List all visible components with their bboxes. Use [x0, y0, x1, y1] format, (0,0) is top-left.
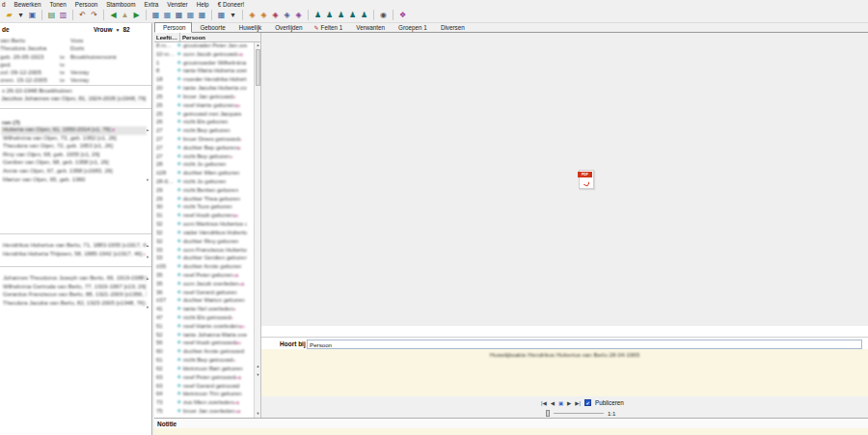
toolbar-icon[interactable]: ▥ [58, 10, 68, 20]
sibling-list-item[interactable]: Theodora Jacoba van Berlo, 82, 1923-2005… [1, 300, 147, 309]
timeline-row[interactable]: 32◆oom Martinus Hubertus ove… [154, 221, 254, 230]
scroll-down-icon[interactable]: ▼ [145, 305, 150, 310]
timeline-row[interactable]: 60◆dochter Annie getrouwd [154, 348, 254, 357]
menu-item[interactable]: Extra [145, 1, 159, 8]
scroll-down-icon[interactable]: ▼ [255, 411, 261, 416]
chevron-down-icon[interactable]: ▼ [116, 27, 121, 33]
timeline-row[interactable]: 8◆tante Maria Huberta overled… [154, 68, 254, 76]
scroll-up-icon[interactable]: ▲ [145, 127, 150, 132]
tab[interactable]: Persoon [154, 22, 192, 33]
toolbar-icon[interactable]: ▦ [216, 10, 227, 20]
timeline-row[interactable]: ±35◆dochter Annie geboren [154, 263, 254, 272]
person-field-row[interactable]: ovl. 09-12-2005teVenray [0, 68, 152, 76]
timeline-row[interactable]: 25◆neef Harrie geboren◆● [154, 102, 254, 111]
timeline-row[interactable]: 75◆broer Jan overleden●◆ [154, 408, 254, 417]
menu-item[interactable]: € Doneer! [218, 1, 245, 8]
timeline-row[interactable]: 1◆grootmoeder Wilhelmina ov… [154, 60, 254, 68]
scroll-down-icon[interactable]: ▼ [145, 255, 150, 259]
caption-area[interactable]: Huwelijksakte Hendrikus Hubertus van Ber… [261, 349, 868, 396]
scroll-up-icon[interactable]: ▲ [145, 243, 150, 248]
toolbar-icon[interactable]: ▦ [150, 10, 161, 20]
toolbar-icon[interactable]: ▾ [228, 10, 238, 20]
sex-value[interactable]: Vrouw [94, 26, 113, 33]
toolbar-icon[interactable]: ◀ [108, 10, 119, 20]
partner-row[interactable]: Jacobus Johannes van Oijen, 81, 1924-200… [1, 95, 146, 105]
hoort-bij-input[interactable]: Persoon [307, 340, 862, 349]
person-field-row[interactable]: Theodora JacobaDoris [0, 44, 152, 52]
timeline-row[interactable]: 31◆neef Huub geboren◆● [154, 212, 254, 221]
toolbar-icon[interactable]: ↷ [89, 10, 99, 20]
scroll-down-icon[interactable]: ▼ [255, 372, 261, 377]
timeline-row[interactable]: 27◆dochter Bep geboren◆ [154, 145, 254, 153]
timeline-row[interactable]: 32◆vader Hendrikus Hubertus o… [154, 230, 254, 238]
nav-button-icon[interactable]: ◀ [551, 400, 555, 406]
toolbar-icon[interactable]: ▦ [174, 10, 184, 20]
zoom-slider-track[interactable] [554, 413, 604, 414]
child-list-item[interactable]: Riny van Oijen, 68, geb. 1955 [x1, 26] [1, 151, 147, 160]
timeline-row[interactable]: ±28◆dochter Mien geboren [154, 170, 254, 178]
toolbar-icon[interactable]: ▦ [162, 10, 173, 20]
toolbar-icon[interactable]: ▣ [27, 10, 38, 20]
menu-item[interactable]: Persoon [75, 1, 97, 8]
timeline-row[interactable]: 35◆oom Jacob overleden●◆ [154, 281, 254, 289]
nav-button-icon[interactable]: ▣ [558, 400, 563, 406]
publish-checkbox[interactable]: ✔ [584, 399, 591, 406]
person-field-row[interactable]: van BerloVoss [0, 37, 152, 44]
toolbar-icon[interactable]: ↶ [77, 10, 88, 20]
timeline-row[interactable]: 36◆neef Gerard geboren [154, 289, 254, 298]
menu-item[interactable]: Venster [167, 1, 187, 8]
child-list-item[interactable]: Marion van Oijen, 65, geb. 1960 [1, 177, 147, 185]
toolbar-icon[interactable]: ♟ [312, 10, 323, 20]
nav-button-icon[interactable]: |◀ [541, 400, 547, 406]
toolbar-icon[interactable]: ♟ [347, 10, 358, 20]
timeline-row[interactable]: 35◆neef Peter geboren●◆ [154, 272, 254, 281]
scroll-up-icon[interactable]: ▲ [255, 42, 261, 47]
timeline-row[interactable]: 25◆broer Jan getrouwd● [154, 94, 254, 102]
sibling-list-item[interactable]: Gerardus Franciscus van Berlo, 88, 1921-… [1, 291, 147, 300]
toolbar-icon[interactable]: ▲ [120, 10, 130, 20]
search-icon[interactable]: ◉ [378, 10, 389, 20]
toolbar-icon[interactable]: ▰ [4, 10, 14, 20]
sibling-list-item[interactable]: Wilhelmina Gertruda van Berlo, 77, 1919-… [1, 284, 147, 292]
tab[interactable]: Verwanten [348, 23, 391, 32]
child-list-item[interactable]: Annie van Oijen, 67, geb. 1958 [x1983, 2… [1, 168, 147, 177]
scrollbar-thumb[interactable] [256, 49, 260, 86]
notitie-text-area[interactable] [154, 428, 868, 435]
child-list-item[interactable]: Huberta van Oijen, 61, 1950-2014 [x1, 76… [1, 126, 147, 135]
toolbar-icon[interactable]: ♟ [324, 10, 335, 20]
timeline-row[interactable]: 18◆moeder Hendrika Huberta o… [154, 76, 254, 85]
child-list-item[interactable]: Theodora van Oijen, 72, geb. 1953 [x1, 2… [1, 143, 147, 151]
timeline-row[interactable]: 30◆nicht Toos geboren [154, 204, 254, 212]
timeline-row[interactable]: 28-0…◆nicht Jo geboren [154, 178, 254, 187]
timeline-scrollbar[interactable]: ▲ ▲ ▼ ▼ [254, 42, 260, 418]
menu-item[interactable]: Tonen [50, 1, 67, 8]
timeline-row[interactable]: 33◆oom Franciscus Hubertus ov… [154, 247, 254, 256]
timeline-row[interactable]: 63◆neef Peter getrouwd●◆ [154, 374, 254, 383]
timeline-row[interactable]: 62◆kleinzoon Bart geboren [154, 366, 254, 374]
scroll-down-icon[interactable]: ▼ [145, 177, 150, 182]
scroll-up-icon[interactable]: ▲ [255, 364, 261, 368]
timeline-row[interactable]: 27◆nicht Bep geboren [154, 127, 254, 136]
sibling-list-item[interactable]: Johannes Theodorus Joseph van Berlo, 69,… [1, 275, 147, 284]
column-header-person[interactable]: Persoon [182, 35, 205, 41]
person-field-row[interactable]: geb. 26-05-1923teBroekhuizenvorst [0, 53, 152, 61]
timeline-row[interactable]: 47◆nicht Els getrouwd● [154, 314, 254, 323]
toolbar-icon[interactable]: ◈ [247, 10, 258, 20]
parent-list-item[interactable]: Hendrikus Hubertus van Berlo, 71, 1883-1… [1, 242, 147, 251]
timeline-row[interactable]: 41◆tante Nel overleden● [154, 306, 254, 314]
parent-list-item[interactable]: Hendrika Huberta Thijssen, 58, 1885-1942… [1, 251, 147, 259]
tab[interactable]: Diversen [433, 23, 471, 32]
child-list-item[interactable]: Wilhelmina van Oijen, 73, geb. 1952 [x1,… [1, 135, 147, 144]
timeline-row[interactable]: 26◆nicht Els geboren [154, 119, 254, 127]
toolbar-icon[interactable]: ◈ [270, 10, 281, 20]
timeline-row[interactable]: ±37◆dochter Marion geboren [154, 297, 254, 306]
timeline-row[interactable]: 8 m…◆grootvader Peter Jan overle… [154, 42, 254, 51]
toolbar-icon[interactable]: ♟ [336, 10, 346, 20]
timeline-row[interactable]: 25◆getrouwd met Jacques [154, 111, 254, 120]
nav-button-icon[interactable]: ▶| [575, 400, 581, 406]
tab[interactable]: Overlijden [267, 23, 308, 32]
timeline-row[interactable]: 33◆dochter Gerdien geboren [154, 255, 254, 263]
timeline-row[interactable]: 32◆dochter Riny geboren [154, 238, 254, 247]
timeline-row[interactable]: 27◆nicht Bep geboren● [154, 153, 254, 162]
timeline-row[interactable]: 51◆neef Harrie overleden◆● [154, 323, 254, 332]
